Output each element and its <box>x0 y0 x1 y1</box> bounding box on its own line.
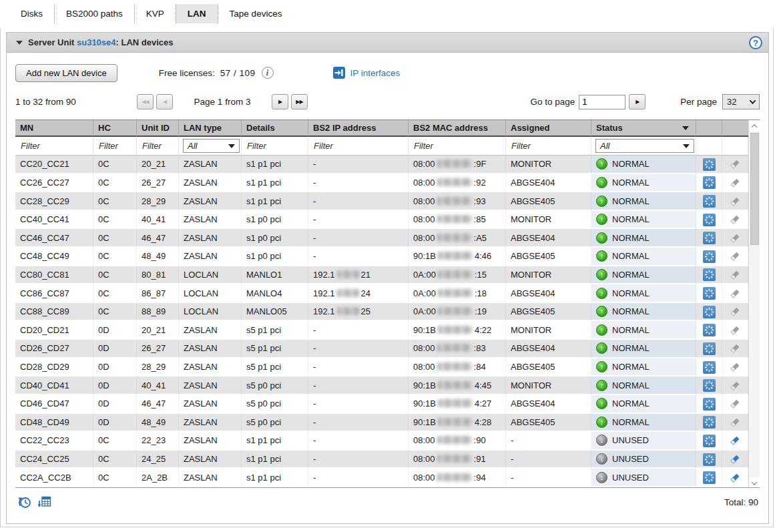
connections-burst-icon[interactable] <box>703 361 716 374</box>
connections-burst-icon[interactable] <box>703 416 716 429</box>
tab-tape-devices[interactable]: Tape devices <box>218 4 294 23</box>
connections-burst-icon[interactable] <box>703 232 716 244</box>
eraser-icon[interactable] <box>729 177 741 189</box>
info-icon[interactable]: i <box>262 67 274 79</box>
connections-burst-icon[interactable] <box>703 379 716 392</box>
eraser-icon[interactable] <box>729 269 741 281</box>
connections-burst-icon[interactable] <box>703 342 716 355</box>
scroll-up-button[interactable] <box>749 120 760 131</box>
table-row[interactable]: CC80_CC81 0C 80_81 LOCLAN MANLO1 192.121… <box>15 266 748 285</box>
column-header-status[interactable]: Status <box>591 120 696 137</box>
tab-disks[interactable]: Disks <box>9 4 54 23</box>
eraser-icon[interactable] <box>729 435 741 447</box>
status-filter-select[interactable]: All <box>595 139 694 153</box>
connections-burst-icon[interactable] <box>703 306 716 318</box>
first-page-button[interactable]: ◀◀ <box>137 94 154 109</box>
scrollbar-track[interactable] <box>749 131 760 477</box>
eraser-icon[interactable] <box>729 196 741 208</box>
table-row[interactable]: CC20_CC21 0C 20_21 ZASLAN s1 p1 pci - 08… <box>15 156 748 174</box>
scrollbar-thumb[interactable] <box>750 133 759 245</box>
eraser-icon[interactable] <box>729 158 741 170</box>
table-row[interactable]: CC40_CC41 0C 40_41 ZASLAN s1 p0 pci - 08… <box>15 211 748 230</box>
connections-burst-icon[interactable] <box>703 453 716 466</box>
server-name-link[interactable]: su310se4 <box>77 37 116 47</box>
table-row[interactable]: CC26_CC27 0C 26_27 ZASLAN s1 p1 pci - 08… <box>15 174 748 193</box>
column-header-unit-id[interactable]: Unit ID <box>137 120 179 137</box>
vertical-scrollbar[interactable] <box>748 120 760 488</box>
column-header-assigned[interactable]: Assigned <box>506 120 591 137</box>
table-row[interactable]: CD26_CD27 0D 26_27 ZASLAN s5 p1 pci - 08… <box>15 340 748 358</box>
eraser-icon[interactable] <box>729 453 741 465</box>
table-row[interactable]: CD40_CD41 0D 40_41 ZASLAN s5 p0 pci - 90… <box>15 376 748 395</box>
lan-type-filter-select[interactable]: All <box>183 139 240 153</box>
eraser-icon[interactable] <box>729 342 741 354</box>
cell-assigned: ABGSE404 <box>506 395 591 414</box>
filter-bs2-ip-input[interactable] <box>312 140 402 152</box>
table-row[interactable]: CC48_CC49 0C 48_49 ZASLAN s1 p0 pci - 90… <box>15 248 748 266</box>
eraser-icon[interactable] <box>729 250 741 262</box>
eraser-icon[interactable] <box>729 417 741 429</box>
table-row[interactable]: CC88_CC89 0C 88_89 LOCLAN MANLO05 192.12… <box>15 303 748 322</box>
export-table-icon[interactable] <box>37 494 53 510</box>
connections-burst-icon[interactable] <box>703 398 716 411</box>
per-page-select[interactable]: 32 <box>722 94 760 109</box>
filter-hc-input[interactable] <box>97 140 133 152</box>
sort-desc-icon[interactable] <box>682 126 689 130</box>
panel-header[interactable]: Server Unit su310se4: LAN devices ? <box>7 33 768 53</box>
ip-interfaces-link[interactable]: IP interfaces <box>332 66 401 79</box>
filter-assigned-input[interactable] <box>510 140 585 152</box>
eraser-icon[interactable] <box>729 288 741 300</box>
table-row[interactable]: CD46_CD47 0D 46_47 ZASLAN s5 p0 pci - 90… <box>15 395 748 414</box>
table-row[interactable]: CD20_CD21 0D 20_21 ZASLAN s5 p1 pci - 90… <box>15 321 748 340</box>
help-icon[interactable]: ? <box>749 36 762 49</box>
connections-burst-icon[interactable] <box>703 158 716 171</box>
goto-page-input[interactable] <box>579 95 625 109</box>
table-row[interactable]: CC28_CC29 0C 28_29 ZASLAN s1 p1 pci - 08… <box>15 192 748 211</box>
table-row[interactable]: CD48_CD49 0D 48_49 ZASLAN s5 p0 pci - 90… <box>15 414 748 433</box>
filter-bs2-mac-input[interactable] <box>413 140 499 152</box>
column-header-hc[interactable]: HC <box>93 120 137 137</box>
connections-burst-icon[interactable] <box>703 176 716 189</box>
goto-page-button[interactable]: ▶ <box>629 94 645 109</box>
eraser-icon[interactable] <box>729 398 741 410</box>
connections-burst-icon[interactable] <box>703 471 716 484</box>
filter-unit-id-input[interactable] <box>141 140 175 152</box>
column-header-bs2-ip[interactable]: BS2 IP address <box>308 120 409 137</box>
column-header-details[interactable]: Details <box>242 120 308 137</box>
filter-details-input[interactable] <box>246 140 303 152</box>
table-row[interactable]: CC46_CC47 0C 46_47 ZASLAN s1 p0 pci - 08… <box>15 229 748 248</box>
column-header-lan-type[interactable]: LAN type <box>179 120 242 137</box>
connections-burst-icon[interactable] <box>703 268 716 281</box>
table-row[interactable]: CC86_CC87 0C 86_87 LOCLAN MANLO4 192.124… <box>15 284 748 303</box>
connections-burst-icon[interactable] <box>703 324 716 336</box>
connections-burst-icon[interactable] <box>703 435 716 447</box>
eraser-icon[interactable] <box>729 214 741 226</box>
column-header-mn[interactable]: MN <box>15 120 93 137</box>
table-row[interactable]: CC22_CC23 0C 22_23 ZASLAN s1 p1 pci - 08… <box>15 432 748 451</box>
last-page-button[interactable]: ▶▶ <box>291 94 308 109</box>
table-row[interactable]: CC2A_CC2B 0C 2A_2B ZASLAN s1 p1 pci - 08… <box>15 469 748 487</box>
tab-lan[interactable]: LAN <box>176 4 218 23</box>
add-lan-device-button[interactable]: Add new LAN device <box>15 64 117 82</box>
filter-mn-input[interactable] <box>19 140 88 152</box>
eraser-icon[interactable] <box>729 324 741 336</box>
eraser-icon[interactable] <box>729 306 741 318</box>
scroll-down-button[interactable] <box>749 477 760 488</box>
eraser-icon[interactable] <box>729 380 741 392</box>
tab-bs2000-paths[interactable]: BS2000 paths <box>54 4 134 23</box>
connections-burst-icon[interactable] <box>703 214 716 226</box>
collapse-icon[interactable] <box>16 41 23 45</box>
refresh-history-icon[interactable] <box>17 494 33 510</box>
previous-page-button[interactable]: ◀ <box>156 94 173 109</box>
tab-kvp[interactable]: KVP <box>134 4 176 23</box>
connections-burst-icon[interactable] <box>703 250 716 263</box>
eraser-icon[interactable] <box>729 361 741 373</box>
eraser-icon[interactable] <box>729 232 741 244</box>
connections-burst-icon[interactable] <box>703 287 716 300</box>
connections-burst-icon[interactable] <box>703 195 716 208</box>
table-row[interactable]: CC24_CC25 0C 24_25 ZASLAN s1 p1 pci - 08… <box>15 451 748 469</box>
table-row[interactable]: CD28_CD29 0D 28_29 ZASLAN s5 p1 pci - 08… <box>15 358 748 377</box>
column-header-bs2-mac[interactable]: BS2 MAC address <box>409 120 506 137</box>
next-page-button[interactable]: ▶ <box>272 94 288 109</box>
eraser-icon[interactable] <box>729 472 741 484</box>
